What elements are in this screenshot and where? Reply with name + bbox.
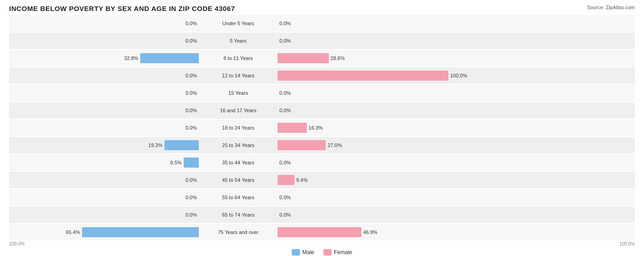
table-row: 0.0% Under 5 Years 0.0% xyxy=(9,15,635,32)
bottom-scale: 100.0% 100.0% xyxy=(9,241,635,246)
female-bar xyxy=(278,123,307,133)
female-value: 0.0% xyxy=(279,38,291,44)
table-row: 19.3% 25 to 34 Years 27.0% xyxy=(9,137,635,153)
age-label: 65 to 74 Years xyxy=(202,212,275,218)
age-label: 25 to 34 Years xyxy=(202,142,275,148)
male-value: 19.3% xyxy=(148,142,163,148)
left-section: 0.0% xyxy=(9,71,202,81)
source-text: Source: ZipAtlas.com xyxy=(587,5,635,10)
legend-area: Male Female xyxy=(9,249,635,256)
table-row: 0.0% 16 and 17 Years 0.0% xyxy=(9,102,635,119)
age-label: 5 Years xyxy=(202,38,275,44)
right-section: 100.0% xyxy=(275,71,467,81)
left-section: 0.0% xyxy=(9,210,202,220)
female-value: 28.6% xyxy=(331,55,345,61)
left-section: 0.0% xyxy=(9,18,202,28)
right-section: 28.6% xyxy=(275,53,467,63)
age-label: Under 5 Years xyxy=(202,21,275,26)
age-label: 12 to 14 Years xyxy=(202,73,275,78)
left-section: 19.3% xyxy=(9,140,202,150)
left-section: 0.0% xyxy=(9,192,202,202)
female-value: 0.0% xyxy=(279,21,291,26)
female-bar xyxy=(278,140,326,150)
male-value: 0.0% xyxy=(186,73,197,78)
female-value: 9.4% xyxy=(296,177,308,183)
table-row: 65.4% 75 Years and over 46.9% xyxy=(9,224,635,240)
female-value: 0.0% xyxy=(279,160,291,165)
female-value: 0.0% xyxy=(279,212,291,218)
left-section: 8.5% xyxy=(9,158,202,168)
male-bar xyxy=(140,53,199,63)
male-value: 0.0% xyxy=(186,90,197,96)
right-section: 0.0% xyxy=(275,18,467,28)
female-value: 46.9% xyxy=(363,229,377,235)
right-section: 9.4% xyxy=(275,175,467,185)
table-row: 0.0% 65 to 74 Years 0.0% xyxy=(9,207,635,223)
male-legend-label: Male xyxy=(302,249,314,256)
male-value: 0.0% xyxy=(186,38,197,44)
table-row: 8.5% 35 to 44 Years 0.0% xyxy=(9,154,635,171)
female-value: 0.0% xyxy=(279,90,291,96)
left-section: 65.4% xyxy=(9,227,202,237)
male-legend-box xyxy=(292,249,300,256)
right-section: 0.0% xyxy=(275,158,467,168)
table-row: 0.0% 5 Years 0.0% xyxy=(9,33,635,49)
legend-male: Male xyxy=(292,249,314,256)
female-bar xyxy=(278,175,295,185)
female-bar xyxy=(278,53,329,63)
male-value: 0.0% xyxy=(186,195,197,200)
age-label: 15 Years xyxy=(202,90,275,96)
male-value: 0.0% xyxy=(186,125,197,131)
male-value: 32.8% xyxy=(124,55,138,61)
male-value: 0.0% xyxy=(186,212,197,218)
female-bar xyxy=(278,227,361,237)
left-section: 32.8% xyxy=(9,53,202,63)
table-row: 0.0% 12 to 14 Years 100.0% xyxy=(9,67,635,84)
legend-female: Female xyxy=(323,249,352,256)
left-section: 0.0% xyxy=(9,88,202,98)
male-value: 0.0% xyxy=(186,108,197,113)
rows-area: 0.0% Under 5 Years 0.0% 0.0% 5 Years 0.0… xyxy=(9,15,635,240)
chart-container: INCOME BELOW POVERTY BY SEX AND AGE IN Z… xyxy=(0,0,644,256)
female-value: 0.0% xyxy=(279,195,291,200)
table-row: 0.0% 55 to 64 Years 0.0% xyxy=(9,189,635,206)
left-section: 0.0% xyxy=(9,36,202,46)
table-row: 32.8% 6 to 11 Years 28.6% xyxy=(9,50,635,66)
right-section: 0.0% xyxy=(275,88,467,98)
male-value: 0.0% xyxy=(186,21,197,26)
female-bar xyxy=(278,71,448,81)
age-label: 55 to 64 Years xyxy=(202,195,275,200)
right-section: 0.0% xyxy=(275,105,467,115)
table-row: 0.0% 45 to 54 Years 9.4% xyxy=(9,172,635,188)
table-row: 0.0% 18 to 24 Years 16.3% xyxy=(9,120,635,136)
male-bar xyxy=(184,158,199,168)
right-section: 0.0% xyxy=(275,36,467,46)
female-legend-label: Female xyxy=(334,249,352,256)
right-section: 16.3% xyxy=(275,123,467,133)
age-label: 18 to 24 Years xyxy=(202,125,275,131)
chart-title: INCOME BELOW POVERTY BY SEX AND AGE IN Z… xyxy=(9,5,635,12)
age-label: 16 and 17 Years xyxy=(202,108,275,113)
scale-right: 100.0% xyxy=(442,241,635,246)
female-value: 100.0% xyxy=(450,73,467,78)
age-label: 75 Years and over xyxy=(202,229,275,235)
male-value: 8.5% xyxy=(170,160,182,165)
right-section: 27.0% xyxy=(275,140,467,150)
right-section: 0.0% xyxy=(275,192,467,202)
female-value: 16.3% xyxy=(309,125,323,131)
male-bar xyxy=(82,227,199,237)
left-section: 0.0% xyxy=(9,123,202,133)
female-legend-box xyxy=(323,249,332,256)
male-bar xyxy=(164,140,199,150)
left-section: 0.0% xyxy=(9,105,202,115)
age-label: 45 to 54 Years xyxy=(202,177,275,183)
scale-left: 100.0% xyxy=(9,241,202,246)
left-section: 0.0% xyxy=(9,175,202,185)
right-section: 46.9% xyxy=(275,227,467,237)
male-value: 65.4% xyxy=(66,229,80,235)
right-section: 0.0% xyxy=(275,210,467,220)
age-label: 35 to 44 Years xyxy=(202,160,275,165)
female-value: 0.0% xyxy=(279,108,291,113)
table-row: 0.0% 15 Years 0.0% xyxy=(9,85,635,101)
male-value: 0.0% xyxy=(186,177,197,183)
